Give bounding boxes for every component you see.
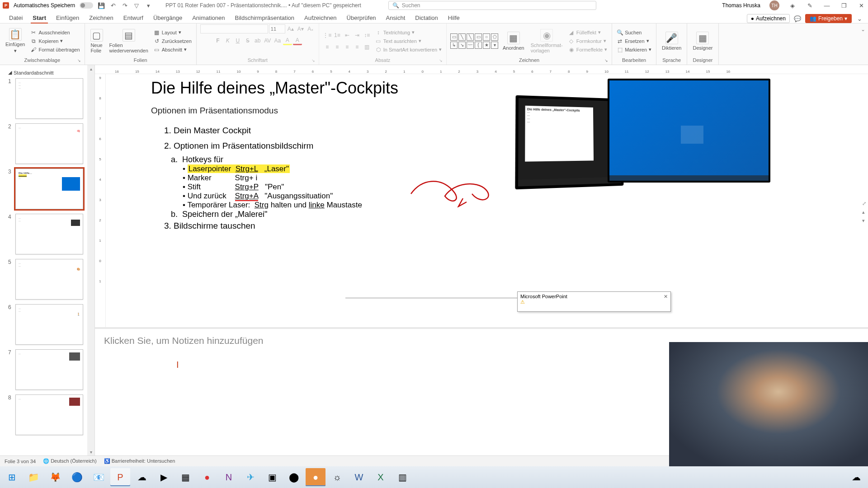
present-icon[interactable]: ▽ [133, 2, 140, 9]
app-icon-1[interactable]: ▦ [175, 468, 195, 486]
replace-button[interactable]: ⇄Ersetzen ▾ [616, 38, 652, 45]
columns-icon[interactable]: ▥ [363, 42, 372, 52]
linespacing-icon[interactable]: ↕≡ [363, 31, 372, 40]
save-icon[interactable]: 💾 [98, 2, 105, 9]
para-launcher-icon[interactable]: ↘ [439, 58, 443, 63]
close-icon[interactable]: ✕ [857, 1, 865, 9]
firefox-icon[interactable]: 🦊 [45, 468, 65, 486]
chrome-icon[interactable]: 🔵 [67, 468, 87, 486]
pen-icon[interactable]: ✎ [806, 1, 814, 9]
vlc-icon[interactable]: ▶ [154, 468, 174, 486]
tab-bildschirm[interactable]: Bildschirmpräsentation [230, 13, 299, 23]
quick-styles-button[interactable]: ◉Schnellformat- vorlagen [529, 28, 565, 54]
slide-li-2a[interactable]: Hotkeys für [182, 155, 223, 164]
tab-ansicht[interactable]: Ansicht [382, 13, 410, 23]
search-input[interactable]: 🔍 Suchen [388, 1, 596, 10]
tray-icon[interactable]: ☁ [846, 468, 866, 486]
tab-dictation[interactable]: Dictation [410, 13, 443, 23]
copy-button[interactable]: ⧉Kopieren ▾ [29, 38, 80, 45]
tab-entwurf[interactable]: Entwurf [119, 13, 148, 23]
app-icon-2[interactable]: ● [197, 468, 217, 486]
find-button[interactable]: 🔍Suchen [616, 29, 652, 36]
shape-fill-button[interactable]: ◢Fülleffekt ▾ [567, 29, 609, 36]
tab-datei[interactable]: Datei [5, 13, 27, 23]
strike-icon[interactable]: S̶ [243, 36, 252, 45]
format-painter-button[interactable]: 🖌Format übertragen [29, 46, 80, 53]
reuse-slides-button[interactable]: ▤Folien wiederverwenden [108, 28, 150, 54]
tab-ueberpruefen[interactable]: Überprüfen [342, 13, 381, 23]
thumb-4[interactable]: ······ [15, 214, 83, 254]
bold-icon[interactable]: F [213, 36, 222, 45]
shrink-font-icon[interactable]: A▾ [296, 24, 305, 33]
shape-effects-button[interactable]: ◉Formeffekte ▾ [567, 46, 609, 53]
dictate-button[interactable]: 🎤Diktieren [660, 31, 683, 52]
start-button[interactable]: ⊞ [2, 468, 22, 486]
underline-icon[interactable]: U [233, 36, 242, 45]
tab-aufzeichnen[interactable]: Aufzeichnen [300, 13, 341, 23]
tab-hilfe[interactable]: Hilfe [443, 13, 464, 23]
status-lang[interactable]: 🌐 Deutsch (Österreich) [43, 458, 97, 464]
section-header[interactable]: ◢ Standardabschnitt [8, 69, 92, 78]
user-avatar[interactable]: TH [769, 0, 779, 10]
shape-outline-button[interactable]: ◇Formkontur ▾ [567, 38, 609, 45]
slide-canvas[interactable]: Die Hilfe deines „Master"-Cockpits Optio… [151, 79, 766, 309]
tab-uebergaenge[interactable]: Übergänge [149, 13, 187, 23]
telegram-icon[interactable]: ✈ [241, 468, 260, 486]
status-accessibility[interactable]: ♿ Barrierefreiheit: Untersuchen [104, 458, 175, 464]
layout-button[interactable]: ▦Layout ▾ [153, 29, 193, 36]
word-icon[interactable]: W [349, 468, 369, 486]
thumb-6[interactable]: ······🚶 [15, 304, 83, 345]
new-slide-button[interactable]: ▢Neue Folie [89, 28, 105, 54]
thumb-5[interactable]: ······🎨 [15, 259, 83, 300]
thumb-scrollbar[interactable]: ▴ ▾ [87, 65, 94, 455]
grow-font-icon[interactable]: A▴ [286, 24, 295, 33]
tab-zeichnen[interactable]: Zeichnen [85, 13, 118, 23]
comments-icon[interactable]: 💬 [793, 14, 802, 23]
bullets-icon[interactable]: ⋮≡ [323, 31, 332, 40]
tab-einfuegen[interactable]: Einfügen [52, 13, 84, 23]
outdent-icon[interactable]: ⇤ [343, 31, 352, 40]
font-family-select[interactable] [200, 24, 268, 33]
indent-icon[interactable]: ⇥ [353, 31, 362, 40]
thumb-1[interactable]: ········· [15, 78, 83, 119]
paste-button[interactable]: 📋Einfügen▾ [4, 27, 27, 55]
spacing-icon[interactable]: AV [263, 36, 272, 45]
align-left-icon[interactable]: ≡ [323, 42, 332, 52]
text-direction-button[interactable]: ↕Textrichtung ▾ [374, 29, 443, 36]
scroll-up-icon[interactable]: ▴ [88, 66, 94, 71]
draw-launcher-icon[interactable]: ↘ [604, 58, 608, 63]
share-button[interactable]: 👥 Freigeben ▾ [805, 14, 852, 23]
redo-icon[interactable]: ↷ [121, 2, 128, 9]
zoom-fit-icon[interactable]: ⤢ [862, 201, 866, 206]
next-icon[interactable]: ▾ [862, 218, 866, 224]
explorer-icon[interactable]: 📁 [24, 468, 43, 486]
autosave-toggle[interactable] [80, 2, 93, 9]
case-icon[interactable]: Aa [273, 36, 282, 45]
obs-icon[interactable]: ⬤ [284, 468, 304, 486]
align-right-icon[interactable]: ≡ [343, 42, 352, 52]
qat-more-icon[interactable]: ▾ [145, 2, 152, 9]
thumb-2[interactable]: ···🧠 [15, 123, 83, 164]
minimize-icon[interactable]: — [823, 1, 831, 9]
section-button[interactable]: ▭Abschnitt ▾ [153, 46, 193, 53]
designer-button[interactable]: ▦Designer [691, 31, 714, 52]
ribbon-options-icon[interactable]: ⌄ [858, 23, 868, 65]
cut-button[interactable]: ✂Ausschneiden [29, 29, 80, 36]
highlight-icon[interactable]: A [283, 36, 292, 45]
align-text-button[interactable]: ▭Text ausrichten ▾ [374, 38, 443, 45]
tab-start[interactable]: Start [28, 13, 51, 23]
app-icon-5[interactable]: ▥ [392, 468, 412, 486]
reset-button[interactable]: ↺Zurücksetzen [153, 38, 193, 45]
font-size-select[interactable]: 11 [269, 24, 285, 33]
align-center-icon[interactable]: ≡ [333, 42, 342, 52]
slide-li-2b[interactable]: Speichern der „Malerei" [182, 210, 267, 219]
clipboard-launcher-icon[interactable]: ↘ [77, 58, 81, 63]
scroll-down-icon[interactable]: ▾ [88, 449, 94, 455]
slide-li-3[interactable]: Bildschirme tauschen [174, 219, 766, 233]
restore-icon[interactable]: ❐ [840, 1, 848, 9]
record-button[interactable]: ● Aufzeichnen [747, 14, 790, 23]
excel-icon[interactable]: X [371, 468, 391, 486]
undo-icon[interactable]: ↶ [109, 2, 117, 9]
prev-icon[interactable]: ▴ [862, 209, 866, 215]
font-launcher-icon[interactable]: ↘ [311, 58, 315, 63]
